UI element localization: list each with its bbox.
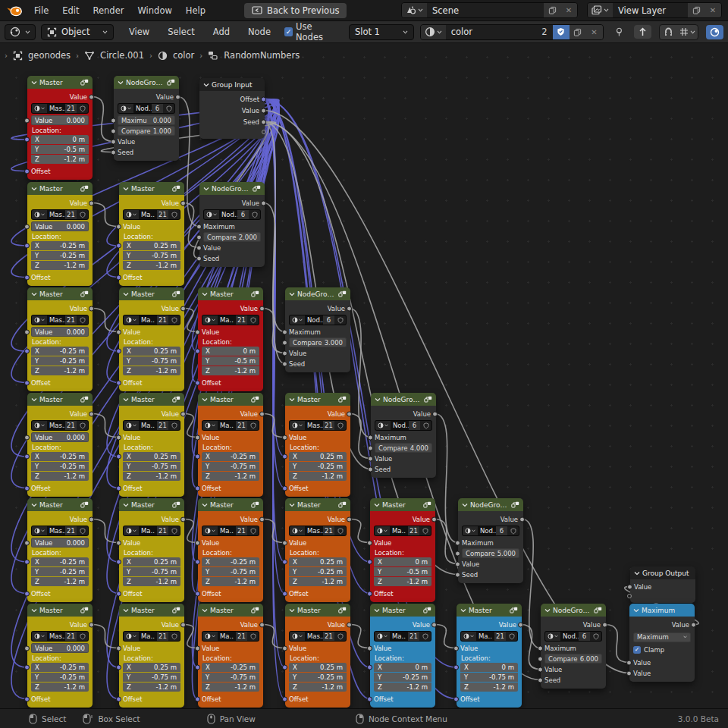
location-vector[interactable]: X0.25 m Y-0.25 m Z-1.2 m [289,663,347,692]
offset-socket[interactable] [195,696,200,701]
node-editor-canvas[interactable]: MasterValue Mas... 21 Value0.000Location… [0,0,728,728]
location-z-field[interactable]: Z-1.2 m [202,577,259,586]
node-group-output[interactable]: Group OutputValue [630,566,695,603]
material-users-count[interactable]: 6 [409,421,420,430]
fake-user-button[interactable] [334,632,346,641]
location-z-field[interactable]: Z-1.2 m [123,366,180,375]
view-layer-name[interactable]: View Layer [613,3,688,17]
node-master[interactable]: MasterValue Ma.. 21 ValueLocation: X0 m … [457,604,522,708]
maximum-socket[interactable] [111,118,116,123]
location-x-field[interactable]: X0 m [202,347,259,356]
material-id-selector[interactable]: Mas... 21 [31,209,89,220]
location-z-field[interactable]: Z-1.2 m [202,682,259,692]
collapse-chevron-icon[interactable] [289,608,295,613]
material-selector[interactable]: color 2 ✕ [420,24,604,40]
material-users-count[interactable]: 21 [236,421,247,430]
collapse-chevron-icon[interactable] [202,503,208,507]
offset-socket[interactable] [195,485,200,491]
compare-socket[interactable] [111,128,116,133]
value-socket[interactable] [259,516,265,522]
node-header[interactable]: Master [198,498,263,511]
material-id-selector[interactable]: Ma.. 21 [374,631,431,642]
location-z-field[interactable]: Z-1.2 m [202,472,259,481]
collapse-chevron-icon[interactable] [123,608,129,613]
fake-user-button[interactable] [507,526,519,535]
collapse-chevron-icon[interactable] [374,608,380,613]
location-z-field[interactable]: Z-1.2 m [123,261,180,270]
offset-socket[interactable] [24,380,30,385]
material-id-selector[interactable]: Nod.. 6 [118,103,175,114]
material-users-count[interactable]: 21 [157,526,168,535]
location-y-field[interactable]: Y-0.75 m [123,462,180,471]
value-socket[interactable] [261,200,266,206]
loc-socket[interactable] [367,665,372,670]
menu-window[interactable]: Window [130,5,178,16]
loc-socket[interactable] [24,349,30,354]
node-master[interactable]: MasterValue Mas... 21 Value0.000Location… [27,287,93,391]
value-socket[interactable] [518,622,523,627]
node-header[interactable]: Master [285,498,350,511]
location-vector[interactable]: X0 m Y-0.25 m Z-1.2 m [374,663,431,692]
value-field[interactable]: Value0.000 [31,115,89,125]
scene-selector[interactable]: Scene ✕ [401,2,578,18]
valuein-socket[interactable] [195,329,200,334]
node-nodegroup[interactable]: NodeGroup.003Value Nod.. 6 MaximumCompar… [541,604,606,689]
material-id-selector[interactable]: Ma.. 21 [202,315,259,325]
node-header[interactable]: Master [27,393,93,406]
valuein-socket[interactable] [116,540,121,545]
location-vector[interactable]: X0.25 m Y-0.75 m Z-1.2 m [123,663,180,692]
loc-socket[interactable] [24,665,30,670]
fake-user-shield-icon[interactable] [171,422,177,429]
material-users-count[interactable]: 21 [65,632,77,641]
loc-socket[interactable] [195,665,200,670]
node-master[interactable]: MasterValue Ma.. 21 ValueLocation: X0.25… [119,393,184,497]
location-y-field[interactable]: Y-0.25 m [31,462,89,471]
loc-socket[interactable] [24,137,30,143]
location-y-field[interactable]: Y-0.75 m [123,567,180,576]
location-z-field[interactable]: Z-1.2 m [289,577,347,586]
compare-field[interactable]: Compare5.000 [462,548,519,558]
breadcrumb-node-tree[interactable]: RandomNumbers [224,50,300,61]
material-users-count[interactable]: 6 [496,526,507,535]
node-master[interactable]: MasterValue Mas... 21 Value0.000Location… [27,76,93,180]
fake-user-button[interactable] [168,315,180,325]
collapse-chevron-icon[interactable] [462,503,468,507]
pin-icon[interactable] [614,27,624,38]
loc-socket[interactable] [195,454,200,460]
location-vector[interactable]: X0.25 m Y-0.75 m Z-1.2 m [123,347,180,375]
collapse-chevron-icon[interactable] [31,80,37,85]
loc-socket[interactable] [116,560,121,565]
valuein-socket[interactable] [24,435,30,440]
loc-socket[interactable] [282,560,287,565]
location-y-field[interactable]: Y-0.25 m [31,251,89,260]
node-header[interactable]: Master [119,498,184,511]
location-vector[interactable]: X-0.25 m Y-0.25 m Z-1.2 m [31,663,89,692]
collapse-chevron-icon[interactable] [31,397,37,402]
valuein-socket[interactable] [24,118,30,123]
collapse-chevron-icon[interactable] [31,187,37,191]
value-socket[interactable] [347,516,352,522]
location-x-field[interactable]: X-0.25 m [31,452,89,461]
valuein-socket[interactable] [24,224,30,229]
material-users-count[interactable]: 21 [157,210,168,219]
node-master[interactable]: MasterValue Mas... 21 ValueLocation: X0.… [285,393,350,497]
location-vector[interactable]: X0.25 m Y-0.75 m Z-1.2 m [123,241,180,270]
material-id-selector[interactable]: Ma.. 21 [123,315,180,325]
menu-add[interactable]: Add [204,27,239,37]
location-z-field[interactable]: Z-1.2 m [123,577,180,586]
loc-socket[interactable] [116,665,121,670]
location-x-field[interactable]: X-0.25 m [31,557,89,566]
node-nodegroup[interactable]: NodeGroup.003Value Nod.. 6 MaximumCompar… [458,498,523,583]
valuein-socket[interactable] [282,350,287,356]
value-field[interactable]: Value0.000 [31,221,89,231]
node-group-input[interactable]: Group InputOffsetValueSeed [199,78,265,139]
fake-user-button[interactable] [77,315,88,325]
fake-user-button[interactable] [334,526,346,535]
location-y-field[interactable]: Y-0.25 m [31,673,89,682]
fake-user-shield-icon[interactable] [593,633,599,640]
node-header[interactable]: Master [285,393,350,406]
seed-socket[interactable] [196,256,202,261]
location-x-field[interactable]: X0.25 m [289,663,347,672]
fake-user-button[interactable] [247,421,259,430]
offset-socket[interactable] [195,380,200,385]
